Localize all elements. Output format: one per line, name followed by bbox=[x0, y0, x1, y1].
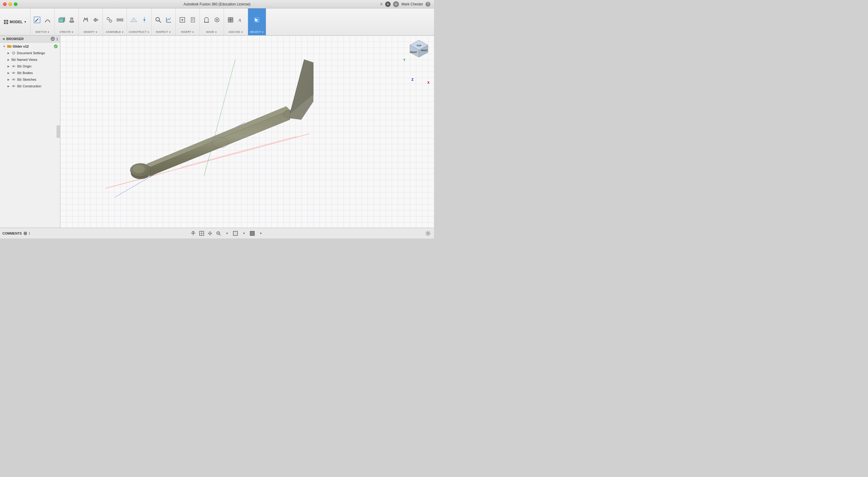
make-icon-2[interactable] bbox=[212, 15, 222, 25]
maximize-button[interactable] bbox=[14, 2, 18, 6]
construct-icon-2[interactable] bbox=[140, 15, 149, 25]
addins-icon-2[interactable]: A bbox=[236, 15, 246, 25]
toolbar-group-assemble[interactable]: ASSEMBLE ▼ bbox=[103, 8, 127, 35]
pan-button[interactable] bbox=[207, 230, 214, 237]
modify-icon-1[interactable] bbox=[81, 15, 90, 25]
make-icon-1[interactable] bbox=[202, 15, 211, 25]
inspect-icon-1[interactable] bbox=[153, 15, 163, 25]
sketch-icon-2[interactable] bbox=[43, 15, 53, 25]
minimize-button[interactable] bbox=[8, 2, 12, 6]
assemble-label: ASSEMBLE ▼ bbox=[106, 30, 124, 34]
create-icon-1[interactable] bbox=[56, 15, 66, 25]
modify-icon-2[interactable] bbox=[91, 15, 101, 25]
tree-label-origin: Origin bbox=[23, 64, 58, 68]
assemble-icon-1[interactable] bbox=[104, 15, 114, 25]
toolbar-group-construct[interactable]: CONSTRUCT ▼ bbox=[127, 8, 151, 35]
toolbar: MODEL ▼ SKETCH bbox=[0, 8, 434, 36]
tree-item-sketches[interactable]: ▶ Sketches bbox=[0, 76, 60, 83]
svg-line-5 bbox=[36, 19, 38, 21]
tree-item-named-views[interactable]: ▶ Named Views bbox=[0, 56, 60, 63]
view-cube-svg[interactable]: TOP FRONT RIGHT bbox=[407, 39, 431, 63]
tree-item-doc-settings[interactable]: ▶ Document Settings bbox=[0, 50, 60, 56]
sketch-icon-1[interactable] bbox=[32, 15, 42, 25]
select-icon-1[interactable] bbox=[252, 15, 261, 25]
display-mode-dropdown[interactable]: ▼ bbox=[257, 230, 264, 237]
toolbar-group-addins[interactable]: A ADD-INS ▼ bbox=[224, 8, 248, 35]
toolbar-group-select[interactable]: SELECT ▼ bbox=[248, 8, 266, 35]
zoom-button[interactable] bbox=[215, 230, 222, 237]
eye-icon-sketches[interactable] bbox=[11, 77, 16, 82]
construct-icon-1[interactable] bbox=[129, 15, 138, 25]
tree-item-construction[interactable]: ▶ Construction bbox=[0, 83, 60, 90]
insert-icon-2[interactable] bbox=[188, 15, 198, 25]
toolbar-group-sketch[interactable]: SKETCH ▼ bbox=[30, 8, 55, 35]
eye-icon-bodies[interactable] bbox=[11, 70, 16, 75]
toolbar-group-insert[interactable]: INSERT ▼ bbox=[176, 8, 200, 35]
position-button[interactable] bbox=[190, 230, 197, 237]
toolbar-group-modify[interactable]: MODIFY ▼ bbox=[79, 8, 103, 35]
svg-rect-27 bbox=[191, 18, 195, 22]
tree-arrow-origin[interactable]: ▶ bbox=[7, 64, 10, 68]
assemble-icon-2[interactable] bbox=[115, 15, 125, 25]
sidebar-resize-handle[interactable]: ‥ bbox=[57, 126, 60, 138]
modify-icons bbox=[81, 10, 101, 30]
toolbar-group-create[interactable]: CREATE ▼ bbox=[55, 8, 79, 35]
viewport[interactable]: Y Z X TOP FRONT RIGHT bbox=[60, 36, 434, 228]
svg-line-21 bbox=[159, 21, 161, 23]
sketch-icons bbox=[32, 10, 53, 30]
tree-arrow-bodies[interactable]: ▶ bbox=[7, 71, 10, 75]
settings-icon[interactable] bbox=[424, 230, 432, 237]
help-button[interactable]: ? bbox=[426, 2, 430, 7]
tree-arrow-sketches[interactable]: ▶ bbox=[7, 78, 10, 81]
user-name[interactable]: Mark Chester bbox=[401, 2, 423, 6]
header-add-button[interactable]: + bbox=[385, 1, 391, 7]
construct-icons bbox=[129, 10, 149, 30]
folder-icon-sketches bbox=[17, 77, 22, 82]
comments-section: COMMENTS | bbox=[2, 232, 30, 235]
addins-icon-1[interactable] bbox=[226, 15, 236, 25]
eye-icon-construction[interactable] bbox=[11, 84, 16, 89]
insert-icon-1[interactable] bbox=[178, 15, 187, 25]
inspect-icon-2[interactable] bbox=[164, 15, 174, 25]
make-label: MAKE ▼ bbox=[206, 30, 217, 34]
tree-arrow-root[interactable]: ▼ bbox=[2, 44, 6, 48]
browser-collapse-arrow[interactable]: ◀ bbox=[2, 37, 4, 40]
tree-arrow-named-views[interactable]: ▶ bbox=[7, 58, 10, 61]
comments-toggle[interactable]: | bbox=[29, 232, 30, 235]
tree-arrow-doc-settings[interactable]: ▶ bbox=[7, 51, 10, 55]
create-label: CREATE ▼ bbox=[59, 30, 73, 34]
browser-panel-toggle[interactable]: | bbox=[57, 37, 58, 41]
svg-point-11 bbox=[107, 18, 110, 20]
tree-item-root[interactable]: ▼ Glider v12 bbox=[0, 43, 60, 50]
eye-icon-origin[interactable] bbox=[11, 64, 16, 69]
svg-rect-33 bbox=[228, 18, 230, 20]
display-mode-button[interactable] bbox=[249, 230, 256, 237]
tree-item-bodies[interactable]: ▶ Bodies bbox=[0, 70, 60, 76]
svg-rect-6 bbox=[59, 19, 64, 22]
tree-label-root: Glider v12 bbox=[13, 44, 53, 48]
window-controls bbox=[3, 2, 18, 6]
create-icon-2[interactable] bbox=[67, 15, 76, 25]
svg-text:A: A bbox=[238, 18, 241, 23]
toolbar-group-make[interactable]: MAKE ▼ bbox=[200, 8, 224, 35]
browser-options[interactable]: ••• bbox=[51, 37, 55, 41]
toolbar-group-inspect[interactable]: INSPECT ▼ bbox=[152, 8, 176, 35]
gear-icon bbox=[11, 50, 16, 56]
zoom-dropdown-button[interactable]: ▼ bbox=[223, 230, 230, 237]
svg-line-63 bbox=[219, 234, 221, 236]
view-mode-dropdown[interactable]: ▼ bbox=[240, 230, 247, 237]
close-button[interactable] bbox=[3, 2, 7, 6]
tree-item-origin[interactable]: ▶ Origin bbox=[0, 63, 60, 70]
tree-label-construction: Construction bbox=[23, 84, 58, 88]
view-mode-button[interactable] bbox=[232, 230, 239, 237]
folder-icon-named-views bbox=[11, 57, 16, 62]
comments-label: COMMENTS bbox=[2, 232, 22, 235]
view-cube[interactable]: TOP FRONT RIGHT bbox=[407, 39, 431, 63]
layout-button[interactable] bbox=[198, 230, 205, 237]
tree-arrow-construction[interactable]: ▶ bbox=[7, 84, 10, 88]
model-switcher[interactable]: MODEL ▼ bbox=[0, 8, 30, 35]
header-close-button[interactable]: × bbox=[380, 1, 383, 7]
svg-text:TOP: TOP bbox=[416, 44, 422, 47]
svg-rect-36 bbox=[230, 20, 233, 22]
svg-rect-2 bbox=[4, 22, 6, 24]
